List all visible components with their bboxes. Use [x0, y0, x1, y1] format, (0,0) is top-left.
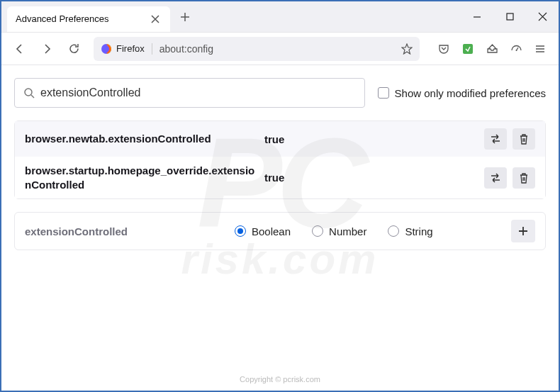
url-bar[interactable]: Firefox about:config — [94, 37, 420, 61]
url-text: about:config — [159, 43, 401, 55]
radio-icon — [312, 225, 323, 237]
search-input[interactable] — [40, 86, 356, 99]
svg-rect-2 — [463, 44, 473, 54]
pref-row: browser.newtab.extensionControlled true — [15, 121, 545, 157]
radio-icon — [235, 225, 246, 237]
checkbox-icon — [378, 87, 389, 99]
close-tab-icon[interactable] — [149, 13, 162, 26]
type-radio-group: Boolean Number String — [235, 225, 511, 237]
svg-point-4 — [25, 89, 32, 96]
toggle-button[interactable] — [484, 167, 507, 189]
search-icon — [23, 87, 35, 99]
maximize-button[interactable] — [493, 3, 526, 31]
radio-icon — [388, 225, 399, 237]
pref-value: true — [259, 172, 484, 184]
preferences-table: browser.newtab.extensionControlled true … — [14, 121, 546, 199]
radio-boolean[interactable]: Boolean — [235, 225, 291, 237]
pocket-icon[interactable] — [432, 38, 455, 60]
identity-label: Firefox — [116, 43, 145, 54]
menu-button[interactable] — [529, 38, 551, 60]
minimize-button[interactable] — [461, 3, 493, 31]
radio-number[interactable]: Number — [312, 225, 366, 237]
dashboard-icon[interactable] — [505, 38, 527, 60]
close-window-button[interactable] — [526, 3, 559, 31]
pref-value: true — [259, 133, 484, 145]
window-controls — [461, 3, 559, 31]
delete-button[interactable] — [513, 167, 535, 189]
show-modified-checkbox[interactable]: Show only modified preferences — [378, 87, 546, 99]
identity-box[interactable]: Firefox — [101, 43, 152, 55]
search-box[interactable] — [14, 78, 365, 108]
new-tab-button[interactable] — [174, 6, 196, 28]
new-pref-name: extensionControlled — [25, 225, 235, 237]
pref-name: browser.startup.homepage_override.extens… — [25, 164, 259, 191]
firefox-icon — [101, 43, 112, 55]
show-modified-label: Show only modified preferences — [395, 87, 546, 99]
bookmark-star-icon[interactable] — [401, 43, 413, 55]
watermark-copyright: Copyright © pcrisk.com — [240, 375, 320, 383]
inbox-icon[interactable] — [481, 38, 503, 60]
tab-title: Advanced Preferences — [16, 13, 149, 24]
browser-tab[interactable]: Advanced Preferences — [7, 6, 170, 32]
back-button[interactable] — [9, 38, 31, 60]
extension-icon[interactable] — [457, 38, 479, 60]
delete-button[interactable] — [513, 128, 535, 150]
pref-row: browser.startup.homepage_override.extens… — [15, 157, 545, 198]
toggle-button[interactable] — [484, 128, 507, 150]
radio-string[interactable]: String — [388, 225, 432, 237]
svg-point-3 — [515, 50, 517, 51]
add-pref-button[interactable] — [511, 220, 535, 242]
pref-name: browser.newtab.extensionControlled — [25, 132, 259, 146]
new-pref-row: extensionControlled Boolean Number Strin… — [14, 212, 546, 250]
titlebar: Advanced Preferences — [1, 1, 559, 33]
toolbar: Firefox about:config — [1, 33, 559, 65]
about-config-content: Show only modified preferences browser.n… — [1, 65, 559, 263]
svg-rect-0 — [507, 13, 513, 20]
reload-button[interactable] — [62, 38, 85, 60]
forward-button[interactable] — [35, 38, 58, 60]
